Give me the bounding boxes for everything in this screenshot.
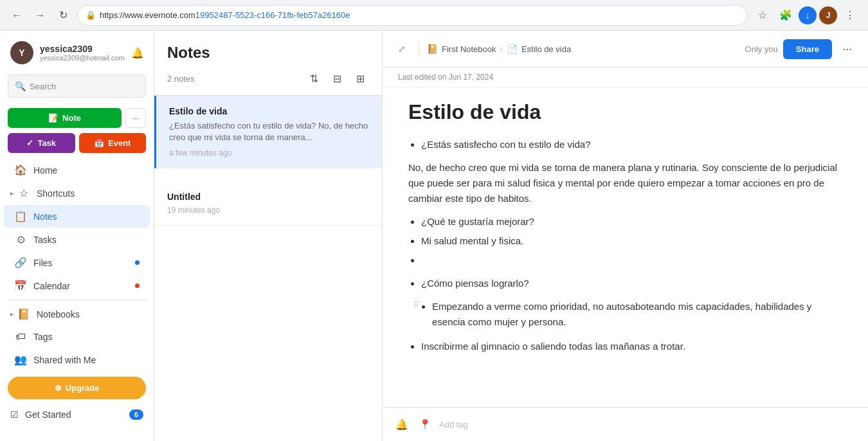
sidebar-item-label: Files [33,258,53,268]
sidebar-item-shortcuts[interactable]: ▸ ☆ Shortcuts [4,182,150,204]
get-started-label: Get Started [25,410,71,420]
notes-list-header: Notes 2 notes ⇅ ⊟ ⊞ [154,31,382,96]
more-options-button[interactable]: ··· [125,108,146,128]
profile-avatar[interactable]: J [819,6,837,24]
notifications-button[interactable]: 🔔 [131,44,144,62]
get-started-icon: ☑ [10,410,19,420]
breadcrumb-separator: › [500,44,503,54]
expand-button[interactable]: ⤢ [393,40,411,58]
user-avatar: Y [10,41,33,64]
note-bc-icon: 📄 [507,44,518,54]
menu-icon[interactable]: ⋮ [840,5,860,26]
files-notification-dot [135,260,140,265]
calendar-notification-dot [135,284,140,288]
breadcrumb-note[interactable]: Estilo de vida [521,44,571,54]
editor-topbar: ⤢ 📔 First Notebook › 📄 Estilo de vida On… [383,31,868,68]
extension-icon[interactable]: 🧩 [775,5,796,26]
note-card-title: Estilo de vida [169,106,369,116]
home-icon: 🏠 [14,164,27,176]
note-card[interactable]: Untitled 19 minutes ago [154,181,382,226]
sidebar-item-label: Calendar [33,281,70,291]
new-note-button[interactable]: 📝 Note [8,108,122,128]
bullet-item: Empezando a verme como prioridad, no aut… [432,299,842,330]
task-icon: ✓ [26,138,33,148]
forward-button[interactable]: → [31,6,49,24]
sidebar-item-tags[interactable]: 🏷 Tags [4,326,150,348]
user-name: yessica2309 [40,44,125,54]
notes-meta: 2 notes ⇅ ⊟ ⊞ [167,69,369,87]
breadcrumb: 📔 First Notebook › 📄 Estilo de vida [427,44,740,54]
more-actions-button[interactable]: ··· [837,39,858,59]
back-button[interactable]: ← [8,6,26,24]
editor-content[interactable]: Estilo de vida ¿Estás satisfecho con tu … [383,87,868,407]
view-button[interactable]: ⊞ [351,69,369,87]
get-started-item[interactable]: ☑ Get Started 6 [0,404,154,425]
spacer [154,168,382,181]
search-icon: 🔍 [15,81,26,91]
upgrade-icon: ⊕ [55,383,62,393]
sidebar-nav: 🏠 Home ▸ ☆ Shortcuts 📋 Notes ⊙ Tasks 🔗 F… [0,158,154,372]
sidebar-item-label: Notes [33,212,57,222]
bullet-item: Mi salud mental y fisica. [421,233,842,249]
sidebar-item-shared[interactable]: 👥 Shared with Me [4,348,150,371]
sidebar-item-label: Shared with Me [33,355,96,365]
primary-action-buttons: 📝 Note ··· [0,103,154,133]
tasks-icon: ⊙ [14,233,27,246]
notes-list-panel: Notes 2 notes ⇅ ⊟ ⊞ Estilo de vida ¿Está… [154,31,383,441]
drag-handle-icon: ⠿ [413,299,419,311]
note-card-time: a few minutes ago [169,148,369,158]
sidebar-item-label: Tags [33,332,53,342]
note-title-heading: Estilo de vida [408,100,842,124]
bullet-item [421,253,842,268]
note-card[interactable]: Estilo de vida ¿Estás satisfecho con tu … [154,96,382,168]
shared-icon: 👥 [14,354,27,366]
sidebar-item-notebooks[interactable]: ▸ 📔 Notebooks [4,303,150,325]
drag-bullet-row: ⠿ Empezando a verme como prioridad, no a… [408,299,842,334]
notes-icon: 📋 [14,210,27,222]
editor-right-actions: Only you Share ··· [745,39,858,59]
sidebar-item-label: Tasks [33,235,57,245]
reminder-button[interactable]: 🔔 [393,415,411,433]
sidebar-item-notes[interactable]: 📋 Notes [4,205,150,228]
search-box[interactable]: 🔍 Search [8,75,146,98]
lock-icon: 🔒 [86,10,96,20]
filter-button[interactable]: ⊟ [328,69,346,87]
new-event-button[interactable]: 📅 Event [79,133,147,153]
url-text: https://www.evernote.com19952487-5523-c1… [100,10,739,20]
sidebar-item-files[interactable]: 🔗 Files [4,251,150,274]
expand-arrow-icon: ▸ [10,310,14,318]
address-bar[interactable]: 🔒 https://www.evernote.com19952487-5523-… [77,5,747,26]
note-icon: 📝 [48,113,59,123]
breadcrumb-notebook[interactable]: First Notebook [442,44,496,54]
secondary-action-buttons: ✓ Task 📅 Event [0,133,154,158]
user-email: yessica2309@hotmail.com [40,54,125,62]
note-body[interactable]: ¿Estás satisfecho con tu estilo de vida?… [408,137,842,354]
download-icon: ↓ [799,6,817,24]
sort-button[interactable]: ⇅ [305,69,323,87]
note-editor: ⤢ 📔 First Notebook › 📄 Estilo de vida On… [383,31,868,441]
sidebar-item-label: Shortcuts [37,188,75,199]
location-button[interactable]: 📍 [416,415,434,433]
share-button[interactable]: Share [783,39,832,59]
notebook-icon: 📔 [427,44,438,54]
bullet-item: ¿Cómo piensas lograrlo? [421,276,842,291]
browser-chrome: ← → ↻ 🔒 https://www.evernote.com19952487… [0,0,868,31]
add-tag-placeholder[interactable]: Add tag [439,420,468,429]
sidebar-item-tasks[interactable]: ⊙ Tasks [4,228,150,251]
bookmark-icon[interactable]: ☆ [752,5,773,26]
reload-button[interactable]: ↻ [54,6,72,24]
notes-list: Estilo de vida ¿Estás satisfecho con tu … [154,96,382,441]
new-task-button[interactable]: ✓ Task [8,133,75,153]
sidebar-item-calendar[interactable]: 📅 Calendar [4,274,150,297]
sidebar: Y yessica2309 yessica2309@hotmail.com 🔔 … [0,31,154,441]
event-icon: 📅 [94,138,104,148]
notebooks-icon: 📔 [17,308,30,320]
upgrade-button[interactable]: ⊕ Upgrade [8,377,146,399]
sidebar-item-home[interactable]: 🏠 Home [4,159,150,181]
notes-panel-title: Notes [167,44,369,62]
bullet-item: ¿Estás satisfecho con tu estilo de vida? [421,137,842,152]
note-card-preview: ¿Estás satisfecho con tu estilo de vida?… [169,120,369,143]
editor-footer: 🔔 📍 Add tag [383,407,868,441]
tags-icon: 🏷 [14,331,27,343]
app-container: Y yessica2309 yessica2309@hotmail.com 🔔 … [0,31,868,441]
